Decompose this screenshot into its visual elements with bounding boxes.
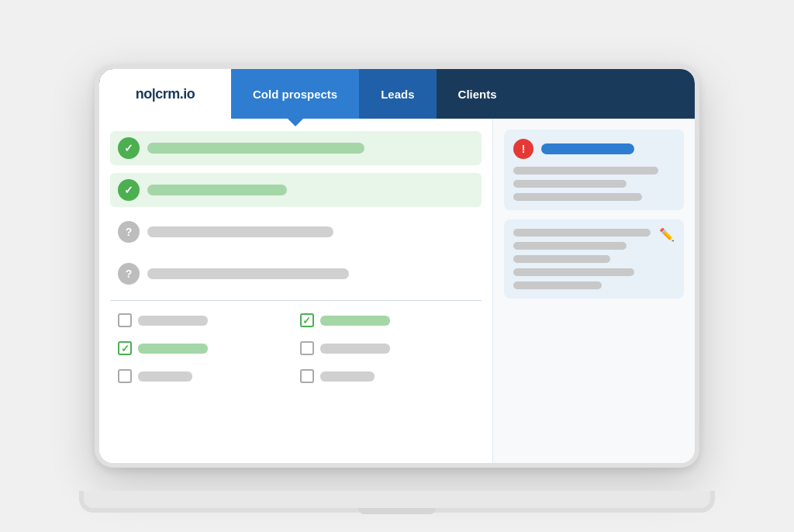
checkbox-bar <box>138 344 208 354</box>
checkbox-item-right[interactable] <box>300 341 475 355</box>
checkbox-bar <box>138 371 192 382</box>
content-line <box>513 167 658 174</box>
question-icon: ? <box>118 263 140 285</box>
content-line <box>513 193 642 201</box>
right-card-alert: ! <box>504 130 684 210</box>
checkbox-unchecked[interactable] <box>300 341 314 355</box>
check-icon: ✓ <box>118 137 140 159</box>
tab-clients[interactable]: Clients <box>437 69 519 119</box>
checkbox-unchecked[interactable] <box>300 369 314 383</box>
laptop-body: no|crm.io Cold prospects Leads Clients <box>95 64 699 468</box>
content-line <box>513 242 627 250</box>
blue-pill-bar <box>541 143 634 154</box>
content-bar <box>147 143 364 154</box>
checkbox-checked[interactable]: ✓ <box>118 341 132 355</box>
checkbox-unchecked[interactable] <box>118 369 132 383</box>
screen: no|crm.io Cold prospects Leads Clients <box>99 69 695 463</box>
alert-icon: ! <box>513 139 533 159</box>
right-card-edit: ✏️ <box>504 219 684 299</box>
checkbox-item-right[interactable]: ✓ <box>300 313 475 327</box>
content-line <box>513 229 651 237</box>
checkbox-row: ✓ <box>110 310 482 330</box>
content-line <box>513 268 634 276</box>
header: no|crm.io Cold prospects Leads Clients <box>99 69 695 119</box>
laptop-notch <box>358 508 436 514</box>
card-lines <box>513 229 675 289</box>
card-lines <box>513 167 675 201</box>
card-top: ! <box>513 139 675 159</box>
checkbox-item-left[interactable] <box>118 369 292 383</box>
question-icon: ? <box>118 221 140 243</box>
right-panel: ! ✏️ <box>493 119 695 463</box>
list-item[interactable]: ✓ <box>110 173 482 207</box>
checkbox-item-right[interactable] <box>300 369 475 383</box>
divider <box>110 300 482 301</box>
checkbox-row: ✓ <box>110 338 482 358</box>
main-content: ✓ ✓ ? ? <box>99 119 695 463</box>
content-line <box>513 180 627 188</box>
check-icon: ✓ <box>118 179 140 201</box>
content-bar <box>147 226 333 237</box>
content-line <box>513 282 602 289</box>
checkbox-row <box>110 366 482 386</box>
checkbox-bar <box>320 344 390 354</box>
checkbox-bar <box>138 316 208 326</box>
checkbox-item-left[interactable] <box>118 313 292 327</box>
laptop-wrapper: no|crm.io Cold prospects Leads Clients <box>79 41 715 491</box>
laptop-base <box>79 491 715 513</box>
list-item[interactable]: ? <box>110 257 482 291</box>
nav-tabs: Cold prospects Leads Clients <box>231 69 695 119</box>
checkbox-item-left[interactable]: ✓ <box>118 341 292 355</box>
checkbox-checked[interactable]: ✓ <box>300 313 314 327</box>
checkbox-bar <box>320 371 375 382</box>
logo: no|crm.io <box>136 86 195 102</box>
tab-leads[interactable]: Leads <box>359 69 436 119</box>
logo-area: no|crm.io <box>99 69 231 119</box>
checkbox-bar <box>320 316 390 326</box>
content-bar <box>147 268 349 279</box>
content-line <box>513 255 610 263</box>
list-item[interactable]: ? <box>110 215 482 249</box>
content-bar <box>147 185 287 195</box>
checkbox-unchecked[interactable] <box>118 313 132 327</box>
left-panel: ✓ ✓ ? ? <box>99 119 493 463</box>
list-item[interactable]: ✓ <box>110 131 482 165</box>
tab-cold-prospects[interactable]: Cold prospects <box>231 69 359 119</box>
edit-icon[interactable]: ✏️ <box>659 227 676 244</box>
